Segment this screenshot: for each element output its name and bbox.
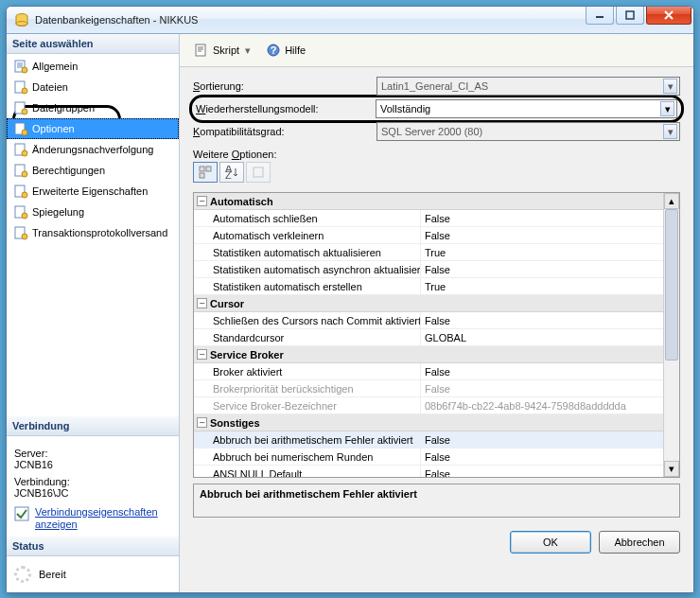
page-item-optionen[interactable]: Optionen — [7, 118, 179, 139]
grid-row[interactable]: Schließen des Cursors nach Commit aktivi… — [194, 312, 663, 329]
grid-category[interactable]: −Sonstiges — [194, 414, 663, 431]
conn-label: Verbindung: — [14, 476, 171, 487]
grid-row-value: True — [421, 247, 663, 258]
page-item-erweiterte[interactable]: Erweiterte Eigenschaften — [7, 181, 179, 202]
grid-row[interactable]: StandardcursorGLOBAL — [194, 329, 663, 346]
minimize-button[interactable] — [586, 6, 614, 25]
connection-header: Verbindung — [7, 416, 179, 436]
page-item-berechtigungen[interactable]: Berechtigungen — [7, 160, 179, 181]
close-button[interactable] — [646, 6, 691, 25]
property-grid-rows[interactable]: −AutomatischAutomatisch schließenFalseAu… — [194, 193, 663, 477]
grid-row-label: Brokerpriorität berücksichtigen — [194, 380, 421, 396]
chevron-down-icon: ▾ — [660, 101, 674, 116]
grid-row-label: Abbruch bei numerischem Runden — [194, 448, 421, 465]
svg-text:?: ? — [271, 44, 277, 56]
connection-properties-link[interactable]: Verbindungseigenschaften anzeigen — [35, 506, 171, 531]
grid-category[interactable]: −Automatisch — [194, 193, 663, 210]
grid-category[interactable]: −Service Broker — [194, 346, 663, 363]
titlebar[interactable]: Datenbankeigenschaften - NIKKUS — [7, 7, 693, 34]
help-button[interactable]: ? Hilfe — [261, 40, 310, 61]
page-item-aenderungsnachverfolgung[interactable]: Änderungsnachverfolgung — [7, 139, 179, 160]
page-item-transaktionsprotokoll[interactable]: Transaktionsprotokollversand — [7, 222, 179, 243]
svg-rect-27 — [206, 167, 211, 171]
more-options-label: Weitere Optionen: — [193, 149, 680, 160]
grid-row[interactable]: Brokerpriorität berücksichtigenFalse — [194, 380, 663, 397]
collapse-icon[interactable]: − — [197, 298, 207, 308]
svg-text:Z: Z — [225, 169, 232, 179]
script-button[interactable]: Skript ▾ — [189, 40, 257, 61]
grid-category[interactable]: −Cursor — [194, 295, 663, 312]
recovery-model-select[interactable]: Vollständig▾ — [376, 99, 677, 118]
left-panel: Seite auswählen Allgemein Dateien Dateig… — [7, 34, 180, 592]
grid-row[interactable]: Abbruch bei numerischem RundenFalse — [194, 448, 663, 466]
page-item-spiegelung[interactable]: Spiegelung — [7, 202, 179, 222]
grid-row-value: 08b6f74b-cb22-4ab8-9424-7598d8addddda — [421, 400, 663, 412]
window-buttons — [586, 7, 693, 33]
grid-row[interactable]: Automatisch verkleinernFalse — [194, 227, 663, 244]
page-icon — [13, 121, 28, 136]
scroll-down-icon[interactable]: ▾ — [664, 461, 679, 477]
ok-button[interactable]: OK — [510, 531, 591, 554]
svg-point-11 — [22, 130, 27, 135]
compat-label: Kompatibilitätsgrad: — [193, 126, 373, 137]
conn-value: JCNB16\JC — [14, 487, 171, 499]
annotation-circle-recovery: Wiederherstellungsmodell: Vollständig▾ — [189, 95, 684, 123]
categorize-button[interactable] — [193, 162, 218, 183]
grid-row[interactable]: Abbruch bei arithmetischem Fehler aktivi… — [194, 431, 663, 448]
dialog-buttons: OK Abbrechen — [180, 518, 693, 567]
collapse-icon[interactable]: − — [197, 196, 207, 206]
help-icon: ? — [266, 43, 281, 58]
page-icon — [252, 166, 265, 179]
collapse-icon[interactable]: − — [197, 349, 207, 360]
svg-rect-2 — [596, 16, 604, 18]
cancel-button[interactable]: Abbrechen — [599, 531, 680, 554]
grid-category-label: Automatisch — [210, 196, 273, 207]
grid-row[interactable]: Statistiken automatisch asynchron aktual… — [194, 261, 663, 278]
page-icon — [13, 184, 28, 199]
property-description: Abbruch bei arithmetischem Fehler aktivi… — [193, 484, 680, 518]
svg-rect-3 — [626, 11, 634, 19]
dialog-window: Datenbankeigenschaften - NIKKUS Seite au… — [6, 6, 694, 593]
status-spinner-icon — [14, 566, 31, 583]
script-icon — [194, 43, 209, 58]
grid-row[interactable]: Broker aktiviertFalse — [194, 363, 663, 380]
page-icon — [13, 142, 28, 157]
maximize-button[interactable] — [616, 6, 644, 25]
connection-info: Server: JCNB16 Verbindung: JCNB16\JC Ver… — [7, 436, 179, 536]
select-page-header: Seite auswählen — [7, 34, 179, 54]
grid-row[interactable]: Service Broker-Bezeichner08b6f74b-cb22-4… — [194, 397, 663, 414]
sort-select[interactable]: Latin1_General_CI_AS▾ — [376, 77, 680, 96]
grid-row-label: Automatisch verkleinern — [194, 227, 421, 243]
collapse-icon[interactable]: − — [197, 417, 207, 428]
page-item-dateigruppen[interactable]: Dateigruppen — [7, 97, 179, 118]
page-item-allgemein[interactable]: Allgemein — [7, 56, 179, 77]
sort-az-button[interactable]: AZ — [219, 162, 244, 183]
scroll-up-icon[interactable]: ▴ — [664, 193, 679, 209]
scroll-thumb[interactable] — [665, 209, 678, 361]
status-text: Bereit — [39, 569, 66, 580]
grid-row-value: False — [421, 451, 663, 463]
grid-row[interactable]: Automatisch schließenFalse — [194, 210, 663, 227]
page-item-dateien[interactable]: Dateien — [7, 77, 179, 97]
toolbar: Skript ▾ ? Hilfe — [180, 34, 693, 67]
grid-row[interactable]: Statistiken automatisch aktualisierenTru… — [194, 244, 663, 261]
window-title: Datenbankeigenschaften - NIKKUS — [35, 14, 586, 26]
grid-row-value: False — [421, 264, 663, 275]
right-panel: Skript ▾ ? Hilfe Sortierung: Latin1_Gene… — [180, 34, 693, 592]
grid-row[interactable]: Statistiken automatisch erstellenTrue — [194, 278, 663, 295]
grid-row-label: ANSI NULL Default — [194, 466, 421, 477]
chevron-down-icon: ▾ — [663, 124, 677, 139]
server-label: Server: — [14, 448, 171, 459]
page-icon — [13, 204, 28, 220]
properties-button[interactable] — [246, 162, 271, 183]
grid-row-value: False — [421, 315, 663, 326]
grid-row-value: False — [421, 213, 663, 224]
sort-icon: AZ — [225, 166, 238, 179]
dialog-body: Seite auswählen Allgemein Dateien Dateig… — [7, 34, 693, 592]
grid-scrollbar[interactable]: ▴ ▾ — [663, 193, 679, 477]
grid-row[interactable]: ANSI NULL DefaultFalse — [194, 466, 663, 477]
page-icon — [13, 100, 28, 115]
page-tree: Allgemein Dateien Dateigruppen Optionen … — [7, 54, 179, 245]
compat-select[interactable]: SQL Server 2000 (80)▾ — [376, 122, 680, 141]
grid-row-value: True — [421, 281, 663, 292]
